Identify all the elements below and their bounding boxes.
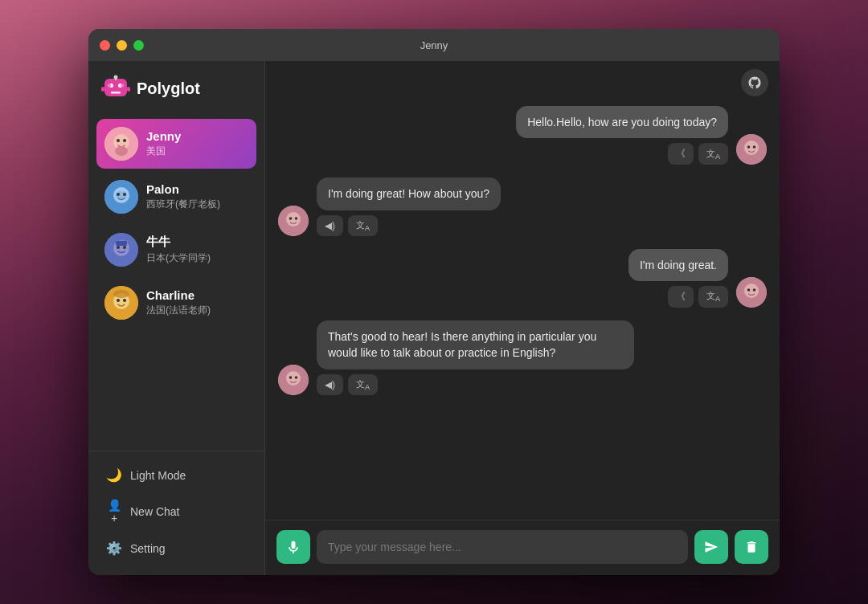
audio-icon-3: 《 [676,290,686,304]
audio-icon-2: ◀) [325,220,335,231]
audio-button-3[interactable]: 《 [668,286,694,308]
bubble-group-2: I'm doing great! How about you? ◀) 文A [317,178,501,235]
bubble-group-4: That's good to hear! Is there anything i… [317,320,634,395]
trash-button[interactable] [735,530,768,564]
message-avatar-jenny-3 [736,277,767,308]
audio-icon-4: ◀) [325,379,335,390]
message-bubble-3: I'm doing great. [628,249,728,281]
trash-icon [744,540,759,554]
svg-point-4 [121,84,124,88]
chat-name-charline: Charline [146,288,211,302]
new-chat-label: New Chat [130,505,179,518]
svg-point-14 [115,146,128,156]
svg-point-23 [117,246,120,249]
sidebar-item-jenny[interactable]: Jenny 美国 [96,119,256,169]
translate-icon-3: 文A [706,290,720,303]
translate-icon-2: 文A [356,219,370,232]
chat-desc-niuiu: 日本(大学同学) [146,251,211,265]
svg-rect-22 [116,241,127,246]
svg-point-19 [123,193,126,196]
mic-icon [285,539,301,555]
avatar-charline [104,286,138,320]
setting-button[interactable]: ⚙️ Setting [101,534,252,562]
mic-button[interactable] [276,530,310,564]
svg-rect-9 [127,87,130,92]
sidebar-item-palon[interactable]: Palon 西班牙(餐厅老板) [96,172,256,222]
translate-button-4[interactable]: 文A [348,374,378,395]
github-button[interactable] [741,69,768,96]
svg-rect-7 [115,77,117,80]
audio-button-1[interactable]: 《 [668,143,694,165]
svg-point-45 [295,376,298,379]
chat-list: Jenny 美国 [88,112,264,451]
svg-point-3 [108,84,111,88]
message-bubble-2: I'm doing great! How about you? [317,178,501,210]
github-icon [747,76,762,90]
sidebar-item-niuiu[interactable]: 牛牛 日本(大学同学) [96,225,256,275]
translate-button-1[interactable]: 文A [698,143,728,165]
svg-point-29 [113,290,129,298]
svg-point-18 [117,193,120,196]
message-bubble-1: Hello.Hello, how are you doing today? [516,106,728,138]
avatar-jenny [104,127,138,161]
svg-point-44 [289,376,293,379]
chat-name-niuiu: 牛牛 [146,235,211,250]
send-icon [704,540,719,554]
message-row-3: I'm doing great. 《 文A [278,249,767,308]
svg-point-28 [123,299,126,302]
maximize-button[interactable] [133,40,144,51]
message-row-2: I'm doing great! How about you? ◀) 文A [278,178,767,235]
message-input[interactable] [317,530,688,564]
svg-point-41 [753,288,756,292]
moon-icon: 🌙 [106,467,122,483]
message-actions-4: ◀) 文A [317,374,634,395]
svg-point-24 [123,246,126,249]
translate-icon-4: 文A [356,378,370,391]
audio-button-2[interactable]: ◀) [317,215,343,236]
message-actions-2: ◀) 文A [317,215,501,236]
chat-name-palon: Palon [146,182,220,196]
window-title: Jenny [420,39,448,51]
title-bar: Jenny [88,29,780,61]
svg-rect-0 [104,79,127,96]
svg-point-37 [295,217,298,220]
svg-point-40 [747,288,751,292]
chat-info-charline: Charline 法国(法语老师) [146,288,211,317]
main-content: Polyglot [88,61,780,575]
message-row-4: That's good to hear! Is there anything i… [278,320,767,395]
gear-icon: ⚙️ [106,541,122,556]
main-area: Hello.Hello, how are you doing today? 《 … [265,61,780,575]
light-mode-button[interactable]: 🌙 Light Mode [101,461,252,489]
light-mode-label: Light Mode [130,469,186,482]
minimize-button[interactable] [117,40,127,51]
svg-point-13 [123,139,126,142]
translate-button-3[interactable]: 文A [698,286,728,308]
svg-rect-5 [111,92,121,94]
svg-point-39 [744,284,759,298]
sidebar-bottom: 🌙 Light Mode 👤+ New Chat ⚙️ Setting [88,451,264,575]
svg-point-12 [117,139,120,142]
svg-point-35 [286,212,301,226]
message-bubble-4: That's good to hear! Is there anything i… [317,320,634,369]
new-chat-button[interactable]: 👤+ New Chat [101,492,252,531]
message-avatar-jenny-4 [278,365,309,395]
translate-button-2[interactable]: 文A [348,215,378,236]
svg-point-27 [117,299,120,302]
chat-info-palon: Palon 西班牙(餐厅老板) [146,182,220,211]
app-window: Jenny [88,29,780,575]
translate-icon-1: 文A [706,148,720,161]
close-button[interactable] [100,40,110,51]
sidebar: Polyglot [88,61,265,575]
message-avatar-jenny-1 [736,134,767,165]
svg-point-36 [289,217,293,220]
chat-desc-jenny: 美国 [146,145,181,158]
audio-button-4[interactable]: ◀) [317,374,343,395]
avatar-niuiu [104,233,138,267]
main-header [265,61,780,96]
chat-desc-palon: 西班牙(餐厅老板) [146,198,220,211]
sidebar-item-charline[interactable]: Charline 法国(法语老师) [96,278,256,328]
app-logo: Polyglot [101,74,200,103]
traffic-lights [100,40,144,51]
svg-point-43 [286,371,301,386]
send-button[interactable] [694,530,728,564]
